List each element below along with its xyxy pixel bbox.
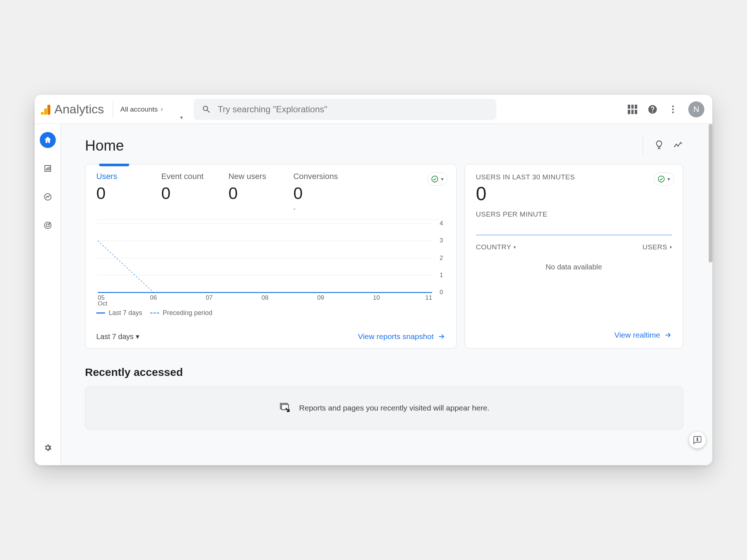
no-data-message: No data available [465, 251, 683, 279]
caret-down-icon: ▾ [514, 245, 516, 250]
nav-home[interactable] [40, 132, 56, 148]
search-input[interactable] [218, 104, 488, 114]
feedback-button[interactable] [689, 432, 706, 448]
realtime-card: ▾ USERS IN LAST 30 MINUTES 0 USERS PER M… [465, 164, 683, 349]
caret-down-icon: ▾ [667, 176, 670, 182]
overview-card-footer: Last 7 days ▾ View reports snapshot [85, 325, 456, 348]
metric-conversions[interactable]: Conversions 0 - [293, 172, 338, 213]
overview-chart: 0123405060708091011Oct [96, 219, 445, 306]
insights-button[interactable] [654, 140, 664, 151]
svg-text:1: 1 [440, 272, 443, 279]
realtime-subtitle: USERS PER MINUTE [465, 209, 683, 218]
recent-empty-text: Reports and pages you recently visited w… [299, 404, 489, 412]
svg-point-2 [672, 111, 674, 113]
app-window: Analytics All accounts › ▾ N [35, 95, 712, 465]
svg-text:06: 06 [150, 294, 157, 301]
chevron-right-icon: › [161, 105, 163, 113]
header-actions: N [628, 101, 704, 117]
page-header: Home [85, 136, 683, 155]
legend-previous: Preceding period [150, 309, 212, 317]
svg-text:3: 3 [440, 237, 443, 244]
svg-rect-5 [49, 167, 50, 170]
check-circle-icon [657, 175, 665, 183]
sidebar [35, 124, 61, 465]
product-logo: Analytics [40, 102, 104, 116]
nav-admin[interactable] [40, 440, 56, 456]
svg-text:11: 11 [425, 294, 432, 301]
nav-explore[interactable] [40, 189, 56, 205]
feedback-icon [693, 436, 702, 444]
more-vert-icon[interactable] [668, 104, 678, 114]
svg-text:09: 09 [317, 294, 324, 301]
svg-point-10 [676, 144, 677, 145]
arrow-right-icon [437, 332, 445, 341]
metric-new-users[interactable]: New users 0 [228, 172, 268, 213]
recent-section-title: Recently accessed [85, 366, 683, 378]
home-icon [43, 136, 52, 144]
apps-grid-icon[interactable] [628, 105, 637, 114]
svg-rect-3 [46, 168, 47, 170]
recent-empty-card: Reports and pages you recently visited w… [85, 386, 683, 429]
lightbulb-icon [654, 140, 664, 150]
search-icon [202, 105, 211, 114]
body: Home [35, 124, 712, 465]
col-users[interactable]: USERS ▾ [643, 243, 672, 251]
chart-legend: Last 7 days Preceding period [96, 309, 445, 317]
account-label: All accounts [120, 105, 158, 113]
svg-point-32 [658, 176, 665, 182]
svg-text:07: 07 [206, 294, 213, 301]
recent-pages-icon [279, 401, 293, 415]
trends-button[interactable] [673, 140, 683, 151]
svg-point-9 [674, 146, 676, 147]
users-per-minute-chart [476, 225, 672, 235]
metric-event-count[interactable]: Event count 0 [161, 172, 204, 213]
header: Analytics All accounts › ▾ N [35, 95, 712, 124]
analytics-logo-icon [40, 104, 51, 115]
avatar[interactable]: N [688, 101, 704, 117]
page-title: Home [85, 137, 124, 154]
col-country[interactable]: COUNTRY ▾ [476, 243, 516, 251]
bar-chart-icon [43, 164, 52, 173]
metric-users[interactable]: Users 0 [96, 172, 136, 213]
svg-text:08: 08 [262, 294, 268, 301]
legend-current: Last 7 days [96, 309, 142, 317]
svg-rect-34 [282, 405, 289, 410]
account-picker[interactable]: All accounts › ▾ [113, 101, 175, 118]
view-realtime-link[interactable]: View realtime [614, 331, 672, 339]
svg-point-11 [677, 145, 679, 147]
scrollbar[interactable] [709, 124, 712, 465]
caret-down-icon: ▾ [670, 245, 672, 250]
gear-icon [43, 443, 52, 452]
caret-down-icon: ▾ [136, 332, 139, 341]
view-reports-link[interactable]: View reports snapshot [358, 332, 445, 341]
target-icon [43, 221, 52, 230]
svg-text:10: 10 [373, 294, 380, 301]
realtime-table-head: COUNTRY ▾ USERS ▾ [465, 237, 683, 251]
main: Home [61, 124, 712, 465]
nav-advertising[interactable] [40, 217, 56, 233]
data-quality-pill[interactable]: ▾ [654, 172, 674, 186]
svg-point-0 [672, 105, 674, 107]
svg-text:0: 0 [440, 289, 443, 296]
explore-icon [43, 192, 52, 201]
svg-text:4: 4 [440, 220, 443, 227]
cards-row: ▾ Users 0 Event count 0 [85, 164, 683, 349]
svg-text:2: 2 [440, 254, 443, 261]
svg-point-12 [680, 142, 681, 143]
arrow-right-icon [664, 331, 672, 339]
realtime-value: 0 [465, 181, 683, 209]
product-name: Analytics [54, 102, 104, 116]
search-bar[interactable] [194, 99, 496, 120]
nav-reports[interactable] [40, 160, 56, 176]
realtime-title: USERS IN LAST 30 MINUTES [465, 164, 683, 181]
date-range-picker[interactable]: Last 7 days ▾ [96, 332, 139, 341]
svg-rect-4 [47, 167, 49, 170]
trending-icon [673, 140, 683, 150]
help-icon[interactable] [647, 104, 658, 114]
svg-point-1 [672, 108, 674, 110]
caret-down-icon: ▾ [180, 114, 183, 120]
svg-text:Oct: Oct [98, 300, 108, 306]
metrics-row: Users 0 Event count 0 New users [85, 164, 456, 213]
overview-card: ▾ Users 0 Event count 0 [85, 164, 457, 349]
